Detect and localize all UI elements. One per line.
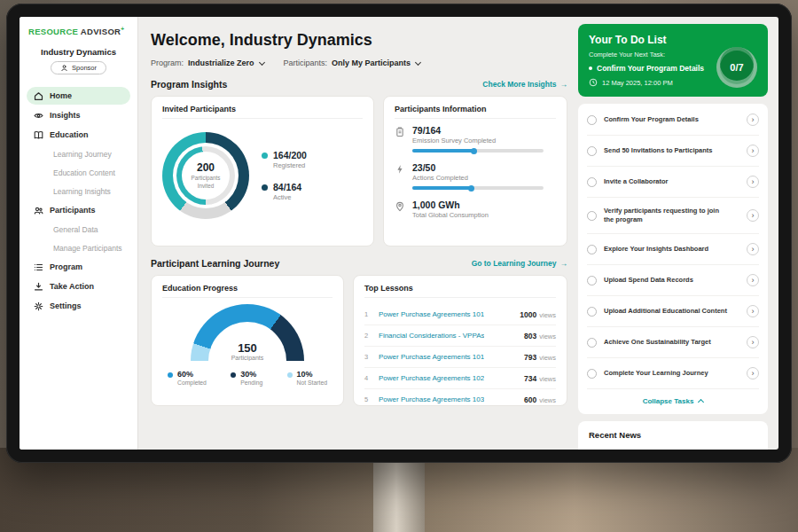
task-open-button[interactable]: › — [747, 145, 759, 157]
app-logo: RESOURCE ADVISOR+ — [27, 26, 130, 36]
lesson-link[interactable]: Power Purchase Agreements 102 — [379, 374, 484, 382]
sidebar-item-take-action[interactable]: Take Action — [27, 278, 130, 295]
task-open-button[interactable]: › — [747, 305, 759, 317]
task-checkbox[interactable] — [587, 276, 597, 286]
todo-subtitle: Complete Your Next Task: — [589, 51, 722, 59]
task-label: Confirm Your Program Details — [604, 115, 699, 124]
sidebar-item-label: Home — [50, 91, 72, 100]
lesson-link[interactable]: Financial Considerations - VPPAs — [379, 332, 484, 340]
task-item-achieve-sustainability-target[interactable]: Achieve One Sustainability Target › — [587, 327, 759, 358]
participants-dropdown-label: Participants: — [284, 59, 328, 67]
task-open-button[interactable]: › — [747, 176, 759, 188]
sidebar-item-home[interactable]: Home — [27, 87, 130, 105]
sidebar-item-label: Program — [50, 262, 82, 271]
book-icon — [34, 130, 43, 140]
chevron-down-icon — [258, 59, 264, 65]
legend-label: Active — [273, 193, 301, 201]
sponsor-badge[interactable]: Sponsor — [51, 61, 106, 74]
chevron-right-icon: › — [752, 246, 755, 254]
lesson-rank: 3 — [364, 353, 371, 361]
sponsor-badge-label: Sponsor — [72, 64, 97, 72]
participants-information-card: Participants Information 79/164 Emission… — [383, 96, 567, 246]
task-checkbox[interactable] — [587, 369, 597, 379]
sidebar-item-label: Insights — [50, 111, 81, 120]
legend-label: Pending — [240, 379, 262, 386]
legend-value: 84/164 — [273, 182, 301, 192]
program-dropdown[interactable]: Program: Industrialize Zero — [151, 59, 264, 67]
lesson-row: 4 Power Purchase Agreements 102 734views — [364, 368, 556, 389]
task-item-upload-educational-content[interactable]: Upload Additional Educational Content › — [587, 296, 759, 327]
legend-item-active: 84/164 Active — [262, 182, 307, 201]
filters-row: Program: Industrialize Zero Participants… — [151, 59, 567, 67]
task-item-upload-spend-data[interactable]: Upload Spend Data Records › — [587, 265, 759, 296]
stat-value: 1,000 GWh — [412, 200, 489, 210]
section-title-program-insights: Program Insights — [151, 79, 227, 90]
check-more-insights-link[interactable]: Check More Insights → — [482, 80, 567, 89]
legend-value: 30% — [240, 370, 262, 379]
sidebar-item-insights[interactable]: Insights — [27, 106, 130, 124]
legend-label: Completed — [177, 379, 207, 386]
lesson-row: 1 Power Purchase Agreements 101 1000view… — [364, 304, 556, 325]
collapse-tasks-link[interactable]: Collapse Tasks — [587, 389, 759, 411]
task-checkbox[interactable] — [587, 211, 597, 221]
sidebar-item-manage-participants[interactable]: Manage Participants — [27, 239, 130, 256]
task-open-button[interactable]: › — [747, 243, 759, 255]
sidebar-item-program[interactable]: Program — [27, 258, 130, 276]
todo-progress-value: 0/7 — [730, 62, 743, 73]
lesson-views-count: 600 — [524, 395, 536, 404]
arrow-right-icon: → — [560, 259, 568, 268]
sidebar-item-education[interactable]: Education — [27, 126, 130, 144]
legend-item-not-started: 10% Not Started — [287, 370, 327, 386]
task-item-explore-insights[interactable]: Explore Your Insights Dashboard › — [587, 234, 759, 265]
go-to-learning-journey-link[interactable]: Go to Learning Journey → — [472, 259, 567, 268]
todo-task-list: Confirm Your Program Details › Send 50 I… — [578, 104, 768, 414]
invited-participants-donut-chart: 200 Participants Invited — [162, 132, 249, 219]
sidebar-nav: Home Insights Education Learning Journey — [27, 87, 130, 315]
sidebar-item-settings[interactable]: Settings — [27, 297, 130, 315]
task-checkbox[interactable] — [587, 245, 597, 254]
participants-dropdown[interactable]: Participants: Only My Participants — [284, 59, 421, 67]
sidebar-item-label: Learning Journey — [53, 150, 112, 159]
task-checkbox[interactable] — [587, 146, 597, 156]
task-checkbox[interactable] — [587, 338, 597, 348]
task-item-verify-participants[interactable]: Verify participants requesting to join t… — [587, 198, 759, 234]
task-item-send-invitations[interactable]: Send 50 Invitations to Participants › — [587, 136, 759, 167]
legend-value: 164/200 — [273, 150, 307, 160]
people-icon — [34, 206, 43, 215]
lesson-row: 5 Power Purchase Agreements 103 600views — [364, 389, 556, 410]
todo-summary-card: Your To Do List Complete Your Next Task:… — [578, 24, 768, 97]
sidebar-item-learning-journey[interactable]: Learning Journey — [27, 145, 130, 162]
location-pin-icon — [395, 201, 405, 212]
sidebar-item-learning-insights[interactable]: Learning Insights — [27, 183, 130, 200]
sidebar-item-label: General Data — [53, 225, 98, 234]
task-checkbox[interactable] — [587, 307, 597, 317]
sidebar-item-general-data[interactable]: General Data — [27, 221, 130, 238]
task-open-button[interactable]: › — [747, 274, 759, 286]
sidebar-item-label: Education — [50, 130, 89, 139]
task-item-complete-learning-journey[interactable]: Complete Your Learning Journey › — [587, 358, 759, 389]
task-label: Upload Spend Data Records — [604, 276, 693, 285]
sidebar-item-participants[interactable]: Participants — [27, 201, 130, 219]
sidebar-item-education-content[interactable]: Education Content — [27, 164, 130, 181]
stat-global-consumption: 1,000 GWh Total Global Consumption — [395, 200, 556, 219]
program-dropdown-label: Program: — [151, 59, 184, 67]
task-item-confirm-program[interactable]: Confirm Your Program Details › — [587, 105, 759, 136]
task-open-button[interactable]: › — [747, 336, 759, 348]
task-open-button[interactable]: › — [747, 367, 759, 379]
lesson-link[interactable]: Power Purchase Agreements 101 — [379, 353, 484, 361]
section-title-learning-journey: Participant Learning Journey — [151, 258, 279, 269]
lesson-link[interactable]: Power Purchase Agreements 103 — [379, 395, 484, 403]
stat-emission-survey: 79/164 Emission Survey Completed — [395, 125, 556, 153]
task-checkbox[interactable] — [587, 115, 597, 125]
lesson-row: 2 Financial Considerations - VPPAs 803vi… — [364, 325, 556, 347]
donut-center-label: Participants Invited — [186, 175, 225, 189]
lesson-rank: 1 — [364, 310, 371, 318]
lesson-views-count: 793 — [524, 353, 536, 362]
task-open-button[interactable]: › — [747, 113, 759, 126]
task-open-button[interactable]: › — [747, 209, 759, 222]
lesson-link[interactable]: Power Purchase Agreements 101 — [379, 310, 484, 318]
logo-text-secondary: ADVISOR — [81, 27, 121, 36]
task-checkbox[interactable] — [587, 177, 597, 187]
task-item-invite-collaborator[interactable]: Invite a Collaborator › — [587, 167, 759, 198]
invited-participants-card: Invited Participants 200 Participants In… — [151, 96, 374, 246]
